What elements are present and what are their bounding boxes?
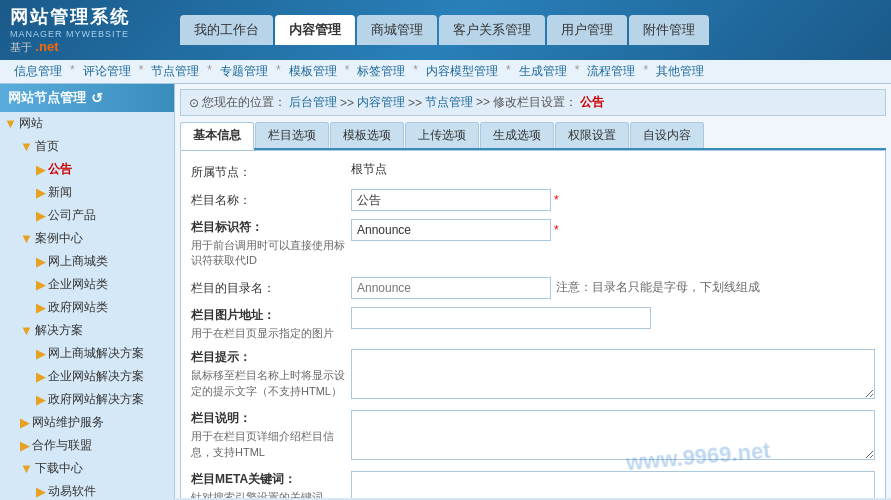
sidebar-header: 网站节点管理 ↺: [0, 84, 174, 112]
column-dir-input[interactable]: [351, 277, 551, 299]
folder-icon: ▼: [20, 461, 33, 476]
tree-item-partner[interactable]: ▶ 合作与联盟: [0, 434, 174, 457]
tree-item-homepage[interactable]: ▼ 首页: [0, 135, 174, 158]
tree-node-label: 企业网站解决方案: [48, 368, 144, 385]
tab-generate-options[interactable]: 生成选项: [480, 122, 554, 148]
form-row-column-dir: 栏目的目录名： 注意：目录名只能是字母，下划线组成: [191, 277, 875, 299]
tree-item-solution[interactable]: ▼ 解决方案: [0, 319, 174, 342]
column-id-label: 栏目标识符：: [191, 219, 351, 236]
nav-tab-crm[interactable]: 客户关系管理: [439, 15, 545, 45]
sub-nav: 信息管理 * 评论管理 * 节点管理 * 专题管理 * 模板管理 * 标签管理 …: [0, 60, 891, 84]
main-layout: 网站节点管理 ↺ ▼ 网站 ▼ 首页 ▶ 公告 ▶ 新闻: [0, 84, 891, 498]
tree-item-announce[interactable]: ▶ 公告: [0, 158, 174, 181]
tree-item-products[interactable]: ▶ 公司产品: [0, 204, 174, 227]
tree-item-sol-corp[interactable]: ▶ 企业网站解决方案: [0, 365, 174, 388]
tree-item-sol-gov[interactable]: ▶ 政府网站解决方案: [0, 388, 174, 411]
form-row-column-id: 栏目标识符： 用于前台调用时可以直接使用标识符获取代ID *: [191, 219, 875, 269]
meta-kw-textarea[interactable]: [351, 471, 875, 498]
tree-item-news[interactable]: ▶ 新闻: [0, 181, 174, 204]
tree-item-website[interactable]: ▼ 网站: [0, 112, 174, 135]
tree-item-cases[interactable]: ▼ 案例中心: [0, 227, 174, 250]
folder-icon: ▶: [36, 277, 46, 292]
column-tip-textarea[interactable]: [351, 349, 875, 399]
folder-icon: ▼: [20, 139, 33, 154]
column-img-input[interactable]: [351, 307, 651, 329]
sub-nav-tag[interactable]: 标签管理: [353, 63, 409, 80]
column-id-label-block: 栏目标识符： 用于前台调用时可以直接使用标识符获取代ID: [191, 219, 351, 269]
tree-node-label: 解决方案: [35, 322, 83, 339]
folder-icon: ▶: [20, 415, 30, 430]
sub-nav-flow[interactable]: 流程管理: [583, 63, 639, 80]
tree-item-maintain[interactable]: ▶ 网站维护服务: [0, 411, 174, 434]
tree-node-label: 公司产品: [48, 207, 96, 224]
tree-node-label: 首页: [35, 138, 59, 155]
column-img-label-block: 栏目图片地址： 用于在栏目页显示指定的图片: [191, 307, 351, 341]
parent-node-label: 所属节点：: [191, 161, 351, 181]
form-row-parent-node: 所属节点： 根节点: [191, 161, 875, 181]
sub-nav-special[interactable]: 专题管理: [216, 63, 272, 80]
form-row-column-desc: 栏目说明： 用于在栏目页详细介绍栏目信息，支持HTML: [191, 410, 875, 463]
sub-nav-other[interactable]: 其他管理: [652, 63, 708, 80]
nav-tabs: 我的工作台 内容管理 商城管理 客户关系管理 用户管理 附件管理: [180, 15, 709, 45]
form-row-column-name: 栏目名称： *: [191, 189, 875, 211]
tree-node-label: 公告: [48, 161, 72, 178]
folder-icon: ▶: [36, 185, 46, 200]
breadcrumb-current: 公告: [580, 94, 604, 111]
folder-icon: ▼: [4, 116, 17, 131]
column-tip-label-block: 栏目提示： 鼠标移至栏目名称上时将显示设定的提示文字（不支持HTML）: [191, 349, 351, 399]
folder-icon: ▶: [36, 300, 46, 315]
nav-tab-workbench[interactable]: 我的工作台: [180, 15, 273, 45]
column-tip-desc: 鼠标移至栏目名称上时将显示设定的提示文字（不支持HTML）: [191, 368, 351, 399]
form-row-meta-kw: 栏目META关键词： 针对搜索引擎设置的关键词 例：在文本框填写 <meta n…: [191, 471, 875, 498]
home-icon: ⊙: [189, 96, 199, 110]
tree-node-label: 案例中心: [35, 230, 83, 247]
column-tip-label: 栏目提示：: [191, 349, 351, 366]
nav-tab-attachments[interactable]: 附件管理: [629, 15, 709, 45]
column-name-input[interactable]: [351, 189, 551, 211]
tab-custom-content[interactable]: 自设内容: [630, 122, 704, 148]
folder-icon: ▶: [36, 162, 46, 177]
tree-node-label: 网站维护服务: [32, 414, 104, 431]
folder-icon: ▶: [36, 254, 46, 269]
breadcrumb-node[interactable]: 节点管理: [425, 94, 473, 111]
folder-icon: ▼: [20, 323, 33, 338]
tree-item-dy-soft[interactable]: ▶ 动易软件: [0, 480, 174, 498]
column-id-input[interactable]: [351, 219, 551, 241]
column-name-required: *: [554, 193, 559, 207]
sub-nav-node[interactable]: 节点管理: [147, 63, 203, 80]
sub-nav-model[interactable]: 内容模型管理: [422, 63, 502, 80]
tab-permissions[interactable]: 权限设置: [555, 122, 629, 148]
tab-upload-options[interactable]: 上传选项: [405, 122, 479, 148]
nav-tab-users[interactable]: 用户管理: [547, 15, 627, 45]
tab-template-options[interactable]: 模板选项: [330, 122, 404, 148]
tree-item-ecshop[interactable]: ▶ 网上商城类: [0, 250, 174, 273]
sub-nav-comment[interactable]: 评论管理: [79, 63, 135, 80]
tree-item-corpsite[interactable]: ▶ 企业网站类: [0, 273, 174, 296]
column-desc-textarea[interactable]: [351, 410, 875, 460]
column-dir-label: 栏目的目录名：: [191, 277, 351, 297]
column-desc-desc: 用于在栏目页详细介绍栏目信息，支持HTML: [191, 429, 351, 460]
meta-kw-desc1: 针对搜索引擎设置的关键词: [191, 490, 351, 498]
tree-item-govsite[interactable]: ▶ 政府网站类: [0, 296, 174, 319]
nav-tab-content[interactable]: 内容管理: [275, 15, 355, 45]
refresh-icon[interactable]: ↺: [91, 90, 103, 106]
tab-column-options[interactable]: 栏目选项: [255, 122, 329, 148]
column-id-desc: 用于前台调用时可以直接使用标识符获取代ID: [191, 238, 351, 269]
folder-icon: ▶: [36, 484, 46, 498]
tree-item-sol-ecshop[interactable]: ▶ 网上商城解决方案: [0, 342, 174, 365]
sub-nav-generate[interactable]: 生成管理: [515, 63, 571, 80]
tree-node-label: 网上商城解决方案: [48, 345, 144, 362]
nav-tab-shop[interactable]: 商城管理: [357, 15, 437, 45]
tree-item-download[interactable]: ▼ 下载中心: [0, 457, 174, 480]
tree-node-label: 动易软件: [48, 483, 96, 498]
sub-nav-template[interactable]: 模板管理: [285, 63, 341, 80]
form-row-column-img: 栏目图片地址： 用于在栏目页显示指定的图片: [191, 307, 875, 341]
folder-icon: ▶: [36, 392, 46, 407]
tree-node-label: 网站: [19, 115, 43, 132]
form-panel: 所属节点： 根节点 栏目名称： * 栏目标识符： 用于前台调用时可以直接使用标识…: [180, 150, 886, 498]
breadcrumb-admin[interactable]: 后台管理: [289, 94, 337, 111]
breadcrumb-content[interactable]: 内容管理: [357, 94, 405, 111]
sub-nav-info[interactable]: 信息管理: [10, 63, 66, 80]
tree-node-label: 新闻: [48, 184, 72, 201]
tab-basic-info[interactable]: 基本信息: [180, 122, 254, 150]
